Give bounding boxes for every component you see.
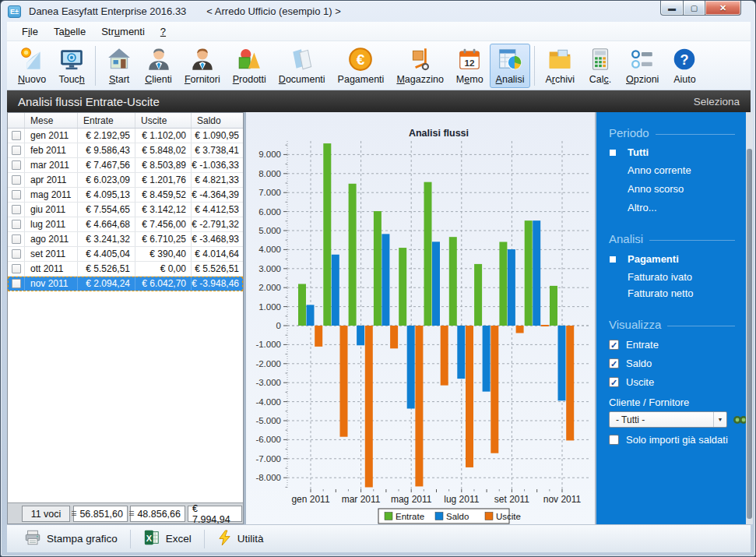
checkbox-entrate[interactable]: ✓: [609, 340, 619, 350]
toolbar-button-prodotti[interactable]: Prodotti: [227, 44, 273, 88]
fornitori-icon: [189, 46, 216, 72]
svg-text:-8.000: -8.000: [255, 473, 281, 482]
toolbar-button-label: Pagamenti: [338, 74, 385, 85]
visualizza-row-uscite[interactable]: ✓Uscite: [609, 376, 654, 388]
footer-button-stampa-grafico[interactable]: Stampa grafico: [15, 525, 127, 552]
table-row[interactable]: feb 2011€ 9.586,43€ 5.848,02€ 3.738,41: [8, 143, 243, 158]
cell-uscite: € 1.201,76: [135, 173, 192, 187]
toolbar-button-magazzino[interactable]: Magazzino: [390, 44, 449, 88]
row-checkbox[interactable]: [12, 190, 21, 199]
table-row[interactable]: mag 2011€ 4.095,13€ 8.459,52€ -4.364,39: [8, 188, 243, 203]
svg-text:3.000: 3.000: [258, 264, 281, 273]
maximize-button[interactable]: ▢: [684, 1, 705, 16]
cell-saldo: € -3.468,93: [192, 232, 243, 246]
row-checkbox[interactable]: [12, 205, 21, 214]
row-checkbox[interactable]: [12, 279, 21, 288]
solo-importi-checkbox[interactable]: [609, 435, 619, 445]
chart-svg: 9.0008.0007.0006.0005.0004.0003.0002.000…: [246, 112, 595, 524]
menu-item-file[interactable]: File: [15, 23, 45, 40]
toolbar-button-label: Memo: [456, 74, 483, 85]
table-row[interactable]: nov 2011€ 2.094,24€ 6.042,70€ -3.948,46: [8, 277, 243, 291]
row-checkbox[interactable]: [12, 234, 21, 244]
toolbar-button-fornitori[interactable]: Fornitori: [178, 44, 227, 88]
table-row[interactable]: ago 2011€ 3.241,32€ 6.710,25€ -3.468,93: [8, 232, 243, 247]
sidebar-item-anno-scorso[interactable]: Anno scorso: [628, 183, 684, 195]
svg-text:?: ?: [680, 52, 689, 68]
close-button[interactable]: ✕: [705, 1, 741, 16]
toolbar-button-opzioni[interactable]: Opzioni: [620, 44, 665, 88]
toolbar-button-aiuto[interactable]: ?Aiuto: [665, 44, 704, 88]
toolbar-button-label: Magazzino: [396, 74, 443, 85]
cell-mese: feb 2011: [25, 143, 78, 157]
minimize-button[interactable]: ▬: [660, 1, 684, 16]
table-header: MeseEntrateUsciteSaldo: [8, 113, 243, 129]
toolbar-button-clienti[interactable]: Clienti: [139, 44, 178, 88]
column-header-mese[interactable]: Mese: [25, 113, 78, 128]
sidebar-item-fatturato-netto[interactable]: Fatturato netto: [628, 287, 694, 299]
documenti-icon: [289, 46, 315, 72]
svg-text:gen 2011: gen 2011: [291, 494, 329, 505]
footer-separator: [204, 530, 205, 548]
sidebar-item-tutti[interactable]: Tutti: [628, 146, 649, 158]
sidebar-item-fatturato-ivato[interactable]: Fatturato ivato: [628, 271, 692, 283]
cliente-fornitore-select[interactable]: - Tutti - ▼: [609, 411, 727, 428]
cell-entrate: € 4.405,04: [78, 247, 135, 261]
table-row[interactable]: ott 2011€ 5.526,51€ 0,00€ 5.526,51: [8, 262, 243, 277]
row-checkbox[interactable]: [12, 146, 21, 155]
window-title: Danea Easyfatt Enterprise 2016.33: [29, 5, 186, 17]
cell-saldo: € 4.412,53: [192, 203, 243, 217]
toolbar-button-pagamenti[interactable]: €Pagamenti: [332, 44, 391, 88]
toolbar-button-touch[interactable]: Touch: [52, 44, 91, 88]
svg-text:2.000: 2.000: [258, 283, 281, 292]
cell-mese: mag 2011: [25, 188, 78, 202]
footer-button-label: Stampa grafico: [47, 533, 118, 545]
row-checkbox[interactable]: [12, 175, 21, 185]
row-checkbox[interactable]: [12, 131, 21, 140]
sidebar-item-pagamenti[interactable]: Pagamenti: [628, 253, 679, 265]
toolbar-button-memo[interactable]: 12Memo: [450, 44, 490, 88]
checkbox-saldo[interactable]: ✓: [609, 358, 619, 368]
table-row[interactable]: giu 2011€ 7.554,65€ 3.142,12€ 4.412,53: [8, 203, 243, 217]
toolbar-button-archivi[interactable]: Archivi: [539, 44, 581, 88]
seleziona-button[interactable]: Seleziona: [694, 96, 740, 108]
column-header-saldo[interactable]: Saldo: [192, 113, 243, 128]
cell-entrate: € 7.467,56: [78, 158, 135, 172]
checkbox-uscite[interactable]: ✓: [609, 377, 619, 387]
column-header-entrate[interactable]: Entrate: [78, 113, 135, 128]
chevron-down-icon: ▼: [713, 412, 726, 427]
menu-item-help[interactable]: ?: [153, 23, 173, 40]
menu-item-strumenti[interactable]: Strumenti: [94, 23, 152, 40]
row-checkbox[interactable]: [12, 160, 21, 170]
toolbar-button-analisi[interactable]: Analisi: [490, 44, 531, 88]
row-checkbox[interactable]: [12, 249, 21, 259]
sidebar-item-anno-corrente[interactable]: Anno corrente: [628, 164, 691, 176]
toolbar-button-start[interactable]: Start: [100, 44, 139, 88]
toolbar-button-calc[interactable]: Calc.: [581, 44, 620, 88]
toolbar-button-label: Calc.: [589, 74, 612, 85]
visualizza-row-entrate[interactable]: ✓Entrate: [609, 339, 659, 351]
toolbar-button-documenti[interactable]: Documenti: [273, 44, 332, 88]
table-row[interactable]: lug 2011€ 4.664,68€ 7.456,00€ -2.791,32: [8, 217, 243, 232]
table-row[interactable]: mar 2011€ 7.467,56€ 8.503,89€ -1.036,33: [8, 158, 243, 173]
svg-text:mag 2011: mag 2011: [391, 494, 432, 505]
sidebar-section-analisi: Analisi: [609, 232, 735, 245]
footer-button-excel[interactable]: XExcel: [134, 525, 201, 552]
footer-button-utilit[interactable]: Utilità: [208, 526, 273, 552]
solo-importi-row[interactable]: Solo importi già saldati: [609, 434, 728, 446]
row-checkbox[interactable]: [12, 220, 21, 229]
sidebar-item-altro[interactable]: Altro...: [628, 202, 657, 213]
section-title-text: Analisi: [609, 232, 643, 245]
table-row[interactable]: set 2011€ 4.405,04€ 390,40€ 4.014,64: [8, 247, 243, 262]
toolbar-button-nuovo[interactable]: Nuovo: [12, 44, 52, 88]
toolbar-button-label: Documenti: [279, 74, 325, 85]
vertical-scrollbar[interactable]: [746, 112, 753, 524]
table-row[interactable]: gen 2011€ 2.192,95€ 1.102,00€ 1.090,95: [8, 129, 243, 143]
scrollbar-thumb[interactable]: [747, 149, 752, 519]
aiuto-icon: ?: [671, 46, 698, 72]
checkbox-label: Uscite: [626, 376, 654, 388]
visualizza-row-saldo[interactable]: ✓Saldo: [609, 358, 652, 369]
column-header-uscite[interactable]: Uscite: [135, 113, 192, 128]
menu-item-tabelle[interactable]: Tabelle: [47, 23, 93, 40]
table-row[interactable]: apr 2011€ 6.023,09€ 1.201,76€ 4.821,33: [8, 173, 243, 188]
row-checkbox[interactable]: [12, 264, 21, 273]
